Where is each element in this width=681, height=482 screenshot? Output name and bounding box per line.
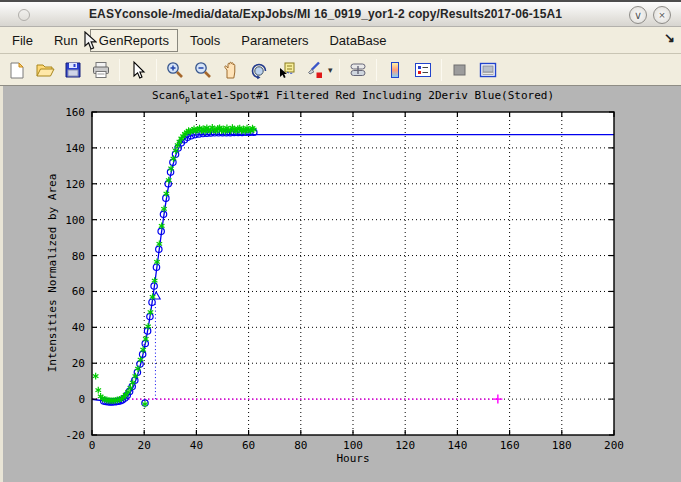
save-button[interactable] bbox=[61, 58, 85, 82]
menu-item-parameters[interactable]: Parameters bbox=[232, 29, 317, 52]
x-axis-label: Hours bbox=[92, 452, 614, 465]
zoom-out-button[interactable] bbox=[191, 58, 215, 82]
menu-item-run[interactable]: Run bbox=[45, 29, 87, 52]
menu-item-file[interactable]: File bbox=[3, 29, 42, 52]
toolbar-separator bbox=[339, 59, 340, 81]
shade-button[interactable]: ∨ bbox=[629, 6, 647, 24]
svg-text:160: 160 bbox=[500, 439, 520, 452]
insert-legend-button[interactable] bbox=[411, 58, 435, 82]
new-document-button[interactable] bbox=[5, 58, 29, 82]
svg-text:40: 40 bbox=[190, 439, 203, 452]
zoom-in-button[interactable] bbox=[163, 58, 187, 82]
svg-text:100: 100 bbox=[343, 439, 363, 452]
menu-bar: File Run GenReports Tools Parameters Dat… bbox=[0, 27, 681, 54]
figure-area: 020406080100120140160180200-200204060801… bbox=[0, 86, 681, 482]
svg-text:60: 60 bbox=[72, 285, 85, 298]
brush-dropdown-arrow-icon[interactable]: ▾ bbox=[328, 65, 333, 75]
plot-canvas[interactable]: 020406080100120140160180200-200204060801… bbox=[0, 86, 681, 482]
window-menu-icon[interactable] bbox=[18, 9, 30, 21]
svg-text:0: 0 bbox=[89, 439, 96, 452]
data-cursor-button[interactable] bbox=[275, 58, 299, 82]
menu-item-tools[interactable]: Tools bbox=[181, 29, 229, 52]
insert-colorbar-button[interactable] bbox=[383, 58, 407, 82]
close-button[interactable]: × bbox=[653, 6, 671, 24]
pan-tool-button[interactable] bbox=[219, 58, 243, 82]
menu-overflow-arrow-icon[interactable]: ↘ bbox=[664, 30, 675, 45]
link-plots-button[interactable] bbox=[346, 58, 370, 82]
hide-plot-tools-button[interactable] bbox=[448, 58, 472, 82]
svg-text:160: 160 bbox=[65, 106, 85, 119]
svg-text:200: 200 bbox=[604, 439, 624, 452]
svg-text:140: 140 bbox=[447, 439, 467, 452]
window-title: EASYconsole-/media/data/ExpJobs/MI 16_09… bbox=[0, 7, 681, 21]
svg-text:0: 0 bbox=[78, 393, 85, 406]
svg-text:140: 140 bbox=[65, 142, 85, 155]
toolbar-separator bbox=[376, 59, 377, 81]
pointer-tool-button[interactable] bbox=[126, 58, 150, 82]
rotate-3d-button[interactable] bbox=[247, 58, 271, 82]
show-plot-tools-button[interactable] bbox=[476, 58, 500, 82]
svg-text:80: 80 bbox=[294, 439, 307, 452]
menu-item-database[interactable]: DataBase bbox=[320, 29, 395, 52]
menu-item-genreports[interactable]: GenReports bbox=[90, 29, 178, 52]
toolbar: ▾ bbox=[0, 54, 681, 86]
title-bar: EASYconsole-/media/data/ExpJobs/MI 16_09… bbox=[0, 0, 681, 27]
y-axis-label: Intensities Normalized by Area bbox=[46, 174, 59, 373]
mouse-cursor-icon bbox=[84, 31, 97, 51]
svg-text:180: 180 bbox=[552, 439, 572, 452]
brush-tool-button[interactable] bbox=[303, 58, 327, 82]
print-button[interactable] bbox=[89, 58, 113, 82]
svg-text:20: 20 bbox=[72, 357, 85, 370]
svg-text:80: 80 bbox=[72, 250, 85, 263]
toolbar-separator bbox=[441, 59, 442, 81]
svg-text:120: 120 bbox=[395, 439, 415, 452]
toolbar-separator bbox=[119, 59, 120, 81]
svg-text:120: 120 bbox=[65, 178, 85, 191]
svg-text:40: 40 bbox=[72, 321, 85, 334]
open-folder-button[interactable] bbox=[33, 58, 57, 82]
toolbar-separator bbox=[156, 59, 157, 81]
svg-text:-20: -20 bbox=[65, 429, 85, 442]
app-window: EASYconsole-/media/data/ExpJobs/MI 16_09… bbox=[0, 0, 681, 482]
svg-text:100: 100 bbox=[65, 214, 85, 227]
svg-text:60: 60 bbox=[242, 439, 255, 452]
svg-text:20: 20 bbox=[138, 439, 151, 452]
plot-title: Scan6plate1-Spot#1 Filtered Red Includin… bbox=[92, 89, 614, 104]
